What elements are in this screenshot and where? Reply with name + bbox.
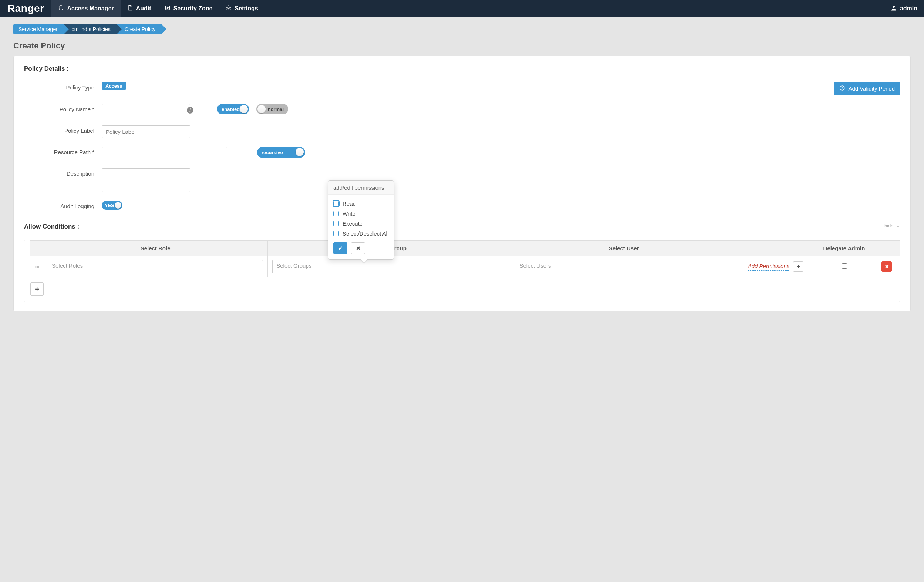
brand-logo[interactable]: Ranger [0,0,51,16]
select-users-input[interactable]: Select Users [516,260,733,273]
caret-up-icon: ▲ [896,224,900,228]
condition-row: ⠿⠿ Select Roles Select Groups Select Use… [30,256,899,277]
shield-icon [58,5,64,12]
perm-execute-label: Execute [343,220,363,227]
select-roles-input[interactable]: Select Roles [48,260,263,273]
policy-label-input[interactable] [102,125,190,138]
breadcrumb: Service Manager cm_hdfs Policies Create … [13,24,911,35]
perm-execute[interactable]: Execute [333,219,389,229]
badge-policy-type: Access [102,82,126,90]
bolt-icon [165,5,170,12]
toggle-recursive-label: recursive [262,150,283,155]
section-policy-details: Policy Details : [24,65,900,76]
toggle-audit-label: YES [105,203,114,208]
perm-read-label: Read [343,200,356,207]
perm-write-checkbox[interactable] [333,211,339,216]
label-policy-type: Policy Type [24,82,94,91]
col-delegate-admin: Delegate Admin [815,241,874,256]
toggle-audit-logging[interactable]: YES [102,201,122,209]
perm-select-all[interactable]: Select/Deselect All [333,229,389,239]
clock-icon [839,85,845,92]
hide-label: hide [884,223,894,229]
toggle-recursive[interactable]: recursive [257,147,305,158]
crumb-policies[interactable]: cm_hdfs Policies [64,24,117,35]
label-policy-name: Policy Name * [24,104,94,112]
perm-write[interactable]: Write [333,209,389,219]
perm-select-all-checkbox[interactable] [333,231,339,236]
section-allow-conditions-label: Allow Conditions : [24,223,79,230]
col-select-user: Select User [511,241,737,256]
nav-user[interactable]: admin [884,0,924,16]
panel: Policy Details : Policy Type Access Add … [13,56,911,312]
nav-security-zone-label: Security Zone [173,5,213,12]
label-audit-logging: Audit Logging [24,201,94,209]
nav-settings[interactable]: Settings [219,0,264,16]
svg-point-1 [228,7,229,8]
navbar: Ranger Access Manager Audit Security Zon… [0,0,924,16]
perm-select-all-label: Select/Deselect All [343,230,388,237]
conditions-table: Select Role Select Group Select User Del… [30,240,899,277]
toggle-enabled[interactable]: enabled [217,104,249,114]
perm-read-checkbox[interactable] [333,201,339,206]
add-condition-row-button[interactable]: + [30,282,44,296]
user-icon [890,5,897,13]
nav-security-zone[interactable]: Security Zone [158,0,219,16]
toggle-normal-label: normal [268,107,284,112]
document-icon [127,5,133,12]
label-resource-path: Resource Path * [24,147,94,155]
add-permissions-link[interactable]: Add Permissions [748,263,790,270]
hide-link[interactable]: hide ▲ [884,223,900,229]
resource-path-input[interactable] [102,147,228,159]
nav-access-manager-label: Access Manager [67,5,114,12]
drag-handle-icon[interactable]: ⠿⠿ [35,264,38,269]
toggle-knob [115,202,121,209]
perm-execute-checkbox[interactable] [333,221,339,226]
nav-audit[interactable]: Audit [120,0,158,16]
nav-user-label: admin [900,5,917,12]
svg-point-2 [893,5,895,8]
delegate-admin-checkbox[interactable] [842,263,847,269]
popover-cancel-button[interactable]: ✕ [351,242,365,254]
toggle-knob [257,105,266,113]
add-permission-button[interactable]: + [793,261,804,272]
gear-icon [226,5,231,12]
toggle-enabled-label: enabled [221,107,240,112]
permissions-popover: add/edit permissions Read Write Execute [328,180,394,260]
toggle-normal[interactable]: normal [256,104,288,114]
page-title: Create Policy [13,41,911,51]
section-allow-conditions: Allow Conditions : hide ▲ [24,223,900,233]
label-description: Description [24,168,94,177]
col-select-role: Select Role [43,241,268,256]
remove-row-button[interactable]: ✕ [881,261,892,272]
popover-title: add/edit permissions [328,181,394,195]
nav-access-manager[interactable]: Access Manager [51,0,120,16]
crumb-create-policy[interactable]: Create Policy [117,24,161,35]
content-area: Service Manager cm_hdfs Policies Create … [0,16,924,326]
nav-audit-label: Audit [136,5,151,12]
popover-arrow-icon [361,259,367,262]
label-policy-label: Policy Label [24,125,94,134]
allow-conditions-panel: Select Role Select Group Select User Del… [24,240,900,302]
popover-confirm-button[interactable]: ✓ [333,242,347,254]
toggle-knob [240,105,248,113]
policy-name-input[interactable] [102,104,190,117]
perm-read[interactable]: Read [333,199,389,209]
select-groups-input[interactable]: Select Groups [272,260,506,273]
description-textarea[interactable] [102,168,190,192]
perm-write-label: Write [343,210,355,217]
toggle-knob [295,148,304,156]
crumb-service-manager[interactable]: Service Manager [13,24,64,35]
add-validity-period-button[interactable]: Add Validity Period [834,82,900,95]
add-validity-period-label: Add Validity Period [848,86,895,92]
nav-settings-label: Settings [234,5,258,12]
info-icon[interactable]: i [187,107,193,114]
